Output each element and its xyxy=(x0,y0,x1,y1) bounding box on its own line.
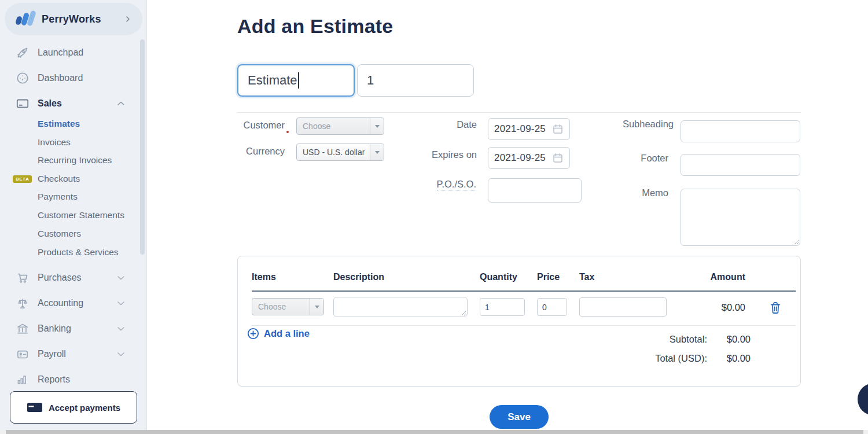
total-label: Total (USD): xyxy=(609,353,707,364)
col-header-price: Price xyxy=(537,272,560,282)
currency-select[interactable]: USD - U.S. dollar xyxy=(296,144,384,161)
dropdown-arrow-icon xyxy=(370,118,384,134)
sidebar-item-products-services[interactable]: Products & Services xyxy=(38,247,119,258)
estimate-title-input[interactable]: Estimate xyxy=(237,64,355,97)
item-tax-input[interactable] xyxy=(579,297,667,317)
expires-on-value: 2021-09-25 xyxy=(494,152,552,164)
sidebar-item-launchpad[interactable]: Launchpad xyxy=(0,44,139,61)
credit-card-icon xyxy=(14,96,31,111)
required-indicator xyxy=(286,131,289,133)
col-header-items: Items xyxy=(252,272,276,282)
col-header-description: Description xyxy=(333,272,384,282)
subheading-label: Subheading xyxy=(598,119,674,130)
trash-icon xyxy=(768,300,782,315)
sidebar-item-label: Reports xyxy=(38,374,70,385)
sidebar-item-customer-statements[interactable]: Customer Statements xyxy=(38,210,124,220)
date-input[interactable]: 2021-09-25 xyxy=(488,118,570,140)
dropdown-arrow-icon xyxy=(370,144,384,160)
subheading-input[interactable] xyxy=(681,120,800,142)
item-amount-value: $0.00 xyxy=(670,302,745,313)
add-line-button[interactable]: Add a line xyxy=(247,328,310,340)
dropdown-arrow-icon xyxy=(310,299,323,315)
sidebar-item-estimates[interactable]: Estimates xyxy=(38,119,80,129)
cart-icon xyxy=(14,270,31,285)
sidebar-item-accounting[interactable]: Accounting xyxy=(0,295,139,312)
total-value: $0.00 xyxy=(704,353,751,364)
date-label: Date xyxy=(402,119,477,130)
gauge-icon xyxy=(14,71,31,86)
beta-badge: BETA xyxy=(13,175,32,183)
memo-textarea[interactable] xyxy=(681,189,800,246)
sidebar-item-reports[interactable]: Reports xyxy=(0,371,139,388)
calendar-icon xyxy=(552,123,564,135)
sidebar-item-banking[interactable]: Banking xyxy=(0,320,139,337)
customer-select[interactable]: Choose xyxy=(296,117,384,135)
sidebar-item-customers[interactable]: Customers xyxy=(38,229,81,239)
sidebar: PerryWorks Launchpad xyxy=(0,0,147,430)
sidebar-item-purchases[interactable]: Purchases xyxy=(0,269,139,286)
memo-label: Memo xyxy=(593,187,668,198)
expires-on-input[interactable]: 2021-09-25 xyxy=(488,147,570,169)
sidebar-item-sales[interactable]: Sales xyxy=(0,95,139,112)
sidebar-item-label: Sales xyxy=(38,98,62,109)
add-line-label: Add a line xyxy=(264,328,310,339)
section-divider xyxy=(237,112,801,113)
footer-label: Footer xyxy=(593,153,668,164)
col-header-amount: Amount xyxy=(670,272,745,282)
sidebar-item-invoices[interactable]: Invoices xyxy=(38,137,71,148)
po-so-label: P.O./S.O. xyxy=(401,179,476,190)
footer-input[interactable] xyxy=(681,154,800,176)
brand-logo-button[interactable]: PerryWorks xyxy=(5,3,142,35)
sidebar-item-checkouts[interactable]: Checkouts xyxy=(38,174,80,184)
chevron-down-icon xyxy=(117,300,125,306)
sidebar-item-label: Payroll xyxy=(38,349,66,359)
scale-icon xyxy=(14,296,31,311)
credit-card-filled-icon xyxy=(27,402,43,413)
item-quantity-input[interactable] xyxy=(480,298,525,316)
sidebar-item-payroll[interactable]: Payroll xyxy=(0,345,139,363)
accept-payments-button[interactable]: Accept payments xyxy=(10,391,137,424)
expires-on-label: Expires on xyxy=(402,149,477,160)
estimate-title-value: Estimate xyxy=(248,73,297,88)
sidebar-item-label: Accounting xyxy=(38,298,83,308)
brand-name: PerryWorks xyxy=(42,13,124,25)
chevron-right-icon xyxy=(124,15,132,23)
page-title: Add an Estimate xyxy=(237,15,393,38)
accept-payments-label: Accept payments xyxy=(49,403,120,413)
customer-label: Customer xyxy=(209,120,285,131)
table-header-rule xyxy=(252,290,796,292)
save-button[interactable]: Save xyxy=(490,405,549,429)
po-so-input[interactable] xyxy=(488,178,582,203)
app-window: PerryWorks Launchpad xyxy=(0,0,868,434)
item-select-value: Choose xyxy=(252,302,310,311)
chevron-up-icon xyxy=(117,101,125,106)
chat-bubble-button[interactable] xyxy=(858,383,868,415)
currency-label: Currency xyxy=(209,146,285,157)
subtotal-label: Subtotal: xyxy=(620,334,707,345)
item-description-textarea[interactable] xyxy=(333,297,468,317)
sidebar-scrollbar-thumb[interactable] xyxy=(140,39,145,255)
col-header-quantity: Quantity xyxy=(480,272,517,282)
delete-line-button[interactable] xyxy=(767,300,784,316)
estimate-number-input[interactable]: 1 xyxy=(357,64,474,97)
plus-circle-icon xyxy=(247,328,259,340)
bar-chart-icon xyxy=(14,372,31,387)
date-value: 2021-09-25 xyxy=(494,123,552,135)
sidebar-item-dashboard[interactable]: Dashboard xyxy=(0,69,139,87)
chevron-down-icon xyxy=(117,351,125,357)
horizontal-scrollbar-thumb[interactable] xyxy=(6,430,863,434)
rocket-icon xyxy=(14,45,31,60)
calendar-icon xyxy=(552,152,564,164)
bank-icon xyxy=(14,321,31,336)
text-caret xyxy=(298,72,299,89)
chevron-down-icon xyxy=(117,275,125,281)
estimate-number-value: 1 xyxy=(367,73,374,88)
item-price-input[interactable] xyxy=(537,298,567,316)
chevron-down-icon xyxy=(117,326,125,332)
payroll-card-icon xyxy=(14,347,31,362)
col-header-tax: Tax xyxy=(579,272,594,282)
sidebar-item-payments[interactable]: Payments xyxy=(38,192,78,202)
sidebar-item-label: Purchases xyxy=(38,273,82,283)
item-select[interactable]: Choose xyxy=(252,298,324,315)
sidebar-item-recurring-invoices[interactable]: Recurring Invoices xyxy=(38,155,112,165)
